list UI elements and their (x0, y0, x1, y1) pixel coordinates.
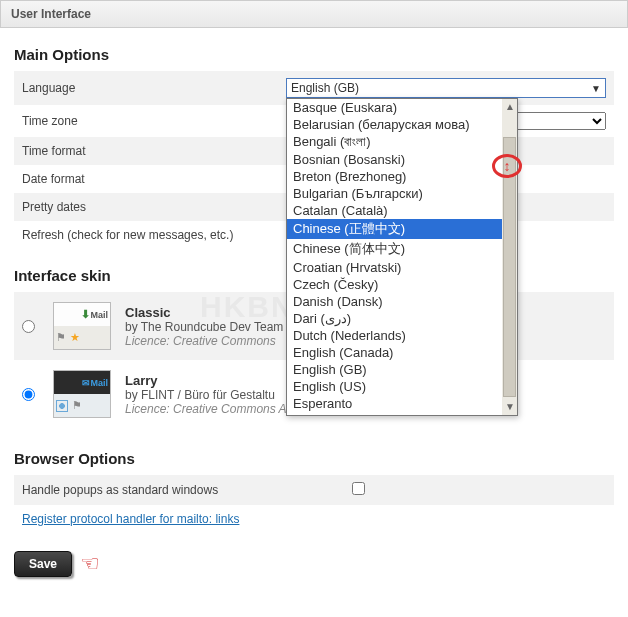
skin-radio-larry[interactable] (22, 388, 35, 401)
language-label: Language (14, 71, 278, 105)
skin-radio-classic[interactable] (22, 320, 35, 333)
dropdown-arrow-icon: ▼ (591, 83, 601, 94)
language-option[interactable]: Croatian (Hrvatski) (287, 259, 517, 276)
skin-author: by The Roundcube Dev Team (125, 320, 283, 334)
prettydates-label: Pretty dates (14, 193, 278, 221)
content: HKBNIT Main Options Language English (GB… (0, 28, 628, 601)
language-dropdown[interactable]: English (GB) ▼ Basque (Euskara)Belarusia… (286, 78, 606, 98)
download-icon: ⬇ (81, 308, 90, 321)
language-option[interactable]: Catalan (Català) (287, 202, 517, 219)
browser-options-table: Handle popups as standard windows Regist… (14, 475, 614, 533)
popups-checkbox[interactable] (352, 482, 365, 495)
thumb-label: Mail (90, 378, 108, 388)
language-selected-value: English (GB) (291, 81, 359, 95)
skin-thumb-larry: ✉ Mail ⚑ (53, 370, 111, 418)
language-option[interactable]: Bengali (বাংলা) (287, 133, 517, 151)
language-option-list[interactable]: Basque (Euskara)Belarusian (беларуская м… (286, 98, 518, 416)
language-option[interactable]: Chinese (简体中文) (287, 239, 517, 259)
language-option[interactable]: Chinese (正體中文) (287, 219, 517, 239)
language-option[interactable]: English (GB) (287, 361, 517, 378)
thumb-label: Mail (90, 310, 108, 320)
register-mailto-link[interactable]: Register protocol handler for mailto: li… (22, 512, 239, 526)
language-option[interactable]: Bulgarian (Български) (287, 185, 517, 202)
language-option[interactable]: Bosnian (Bosanski) (287, 151, 517, 168)
scroll-up-arrow-icon[interactable]: ▲ (502, 99, 518, 115)
language-option[interactable]: Czech (Česky) (287, 276, 517, 293)
popups-label: Handle popups as standard windows (14, 475, 344, 505)
mail-icon: ✉ (82, 378, 90, 388)
main-options-table: Language English (GB) ▼ Basque (Euskara)… (14, 71, 614, 249)
section-browser-options: Browser Options (14, 450, 614, 467)
flag-icon: ⚑ (56, 331, 66, 344)
star-icon: ★ (70, 331, 80, 344)
pointing-hand-icon: ☜ (80, 551, 100, 577)
language-option[interactable]: Belarusian (беларуская мова) (287, 116, 517, 133)
skin-thumb-classic: ⬇ Mail ⚑★ (53, 302, 111, 350)
language-option[interactable]: Danish (Dansk) (287, 293, 517, 310)
panel-header: User Interface (0, 0, 628, 28)
skin-name: Classic (125, 305, 283, 320)
language-option[interactable]: Dutch (Nederlands) (287, 327, 517, 344)
refresh-label: Refresh (check for new messages, etc.) (14, 221, 278, 249)
language-option[interactable]: English (Canada) (287, 344, 517, 361)
language-select-closed[interactable]: English (GB) ▼ (286, 78, 606, 98)
timeformat-label: Time format (14, 137, 278, 165)
skin-license: Licence: Creative Commons (125, 334, 283, 348)
dropdown-scrollbar[interactable]: ▲ ▼ (502, 98, 518, 416)
language-option[interactable]: English (US) (287, 378, 517, 395)
dateformat-label: Date format (14, 165, 278, 193)
language-option[interactable]: Basque (Euskara) (287, 99, 517, 116)
language-option[interactable]: Breton (Brezhoneg) (287, 168, 517, 185)
gear-icon (56, 400, 68, 412)
scroll-down-arrow-icon[interactable]: ▼ (502, 399, 518, 415)
language-option[interactable]: Esperanto (287, 395, 517, 412)
annotation-circle-icon: ↕ (492, 154, 522, 178)
save-button[interactable]: Save (14, 551, 72, 577)
timezone-label: Time zone (14, 105, 278, 137)
section-main-options: Main Options (14, 46, 614, 63)
flag-icon: ⚑ (72, 399, 82, 412)
skin-meta-classic: Classic by The Roundcube Dev Team Licenc… (125, 305, 283, 348)
annotation-updown-icon: ↕ (504, 158, 511, 174)
language-option[interactable]: Estonian (Eesti) (287, 412, 517, 416)
language-option[interactable]: Dari (دری) (287, 310, 517, 327)
